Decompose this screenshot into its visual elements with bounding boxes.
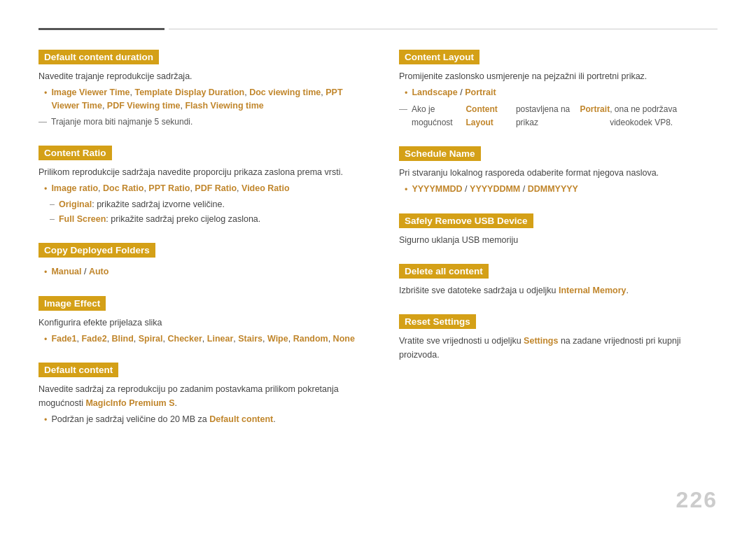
list-item: Image Viewer Time, Template Display Dura…: [44, 86, 357, 113]
bullet-list: Manual / Auto: [44, 265, 357, 279]
section-body-copy-deployed-folders: Manual / Auto: [38, 265, 357, 279]
sub-list-item: Full Screen: prikažite sadržaj preko cij…: [50, 213, 357, 226]
section-title-content-layout: Content Layout: [399, 50, 479, 64]
right-column: Content Layout Promijenite zaslonsko usm…: [399, 50, 718, 444]
body-text: Izbrišite sve datoteke sadržaja u odjelj…: [399, 283, 718, 297]
section-title-copy-deployed-folders: Copy Deployed Folders: [38, 243, 155, 258]
body-text: Navedite sadržaj za reprodukciju po zada…: [38, 382, 357, 410]
section-safely-remove-usb: Safely Remove USB Device Sigurno uklanja…: [399, 213, 718, 247]
divider-light: [169, 29, 718, 29]
highlight-text: Spiral: [139, 334, 163, 344]
section-content-layout: Content Layout Promijenite zaslonsko usm…: [399, 50, 718, 129]
list-item: Fade1, Fade2, Blind, Spiral, Checker, Li…: [44, 332, 357, 346]
highlight-text: Landscape: [412, 87, 457, 97]
highlight-text: Stairs: [238, 334, 262, 344]
highlight-text: Manual: [51, 267, 81, 276]
highlight-text: Doc viewing time: [249, 87, 321, 97]
highlight-text: None: [333, 334, 355, 344]
highlight-text: Doc Ratio: [103, 183, 144, 193]
highlight-text: Flash Viewing time: [185, 101, 263, 111]
highlight-text: PDF Ratio: [195, 183, 237, 193]
list-item: Image ratio, Doc Ratio, PPT Ratio, PDF R…: [44, 182, 357, 196]
section-title-schedule-name: Schedule Name: [399, 146, 481, 161]
section-body-schedule-name: Pri stvaranju lokalnog rasporeda odaberi…: [399, 166, 718, 197]
highlight-text: Settings: [524, 336, 558, 346]
section-title-safely-remove-usb: Safely Remove USB Device: [399, 213, 533, 228]
highlight-text: Original: [59, 199, 92, 209]
section-body-default-content-duration: Navedite trajanje reprodukcije sadržaja.…: [38, 69, 357, 129]
highlight-text: Image Viewer Time: [51, 87, 130, 97]
section-title-content-ratio: Content Ratio: [38, 146, 112, 160]
highlight-text: MagicInfo Premium S: [85, 398, 174, 408]
body-text: Pri stvaranju lokalnog rasporeda odaberi…: [399, 166, 718, 180]
top-divider: [38, 28, 718, 30]
bullet-list: YYYYMMDD / YYYYDDMM / DDMMYYYY: [405, 183, 718, 197]
highlight-text: Auto: [89, 267, 108, 276]
section-body-image-effect: Konfigurira efekte prijelaza slika Fade1…: [38, 316, 357, 346]
section-body-reset-settings: Vratite sve vrijednosti u odjeljku Setti…: [399, 334, 718, 362]
section-reset-settings: Reset Settings Vratite sve vrijednosti u…: [399, 314, 718, 362]
section-body-content-layout: Promijenite zaslonsko usmjerenje na pejz…: [399, 69, 718, 129]
highlight-text: DDMMYYYY: [528, 184, 578, 194]
section-copy-deployed-folders: Copy Deployed Folders Manual / Auto: [38, 243, 357, 279]
section-body-safely-remove-usb: Sigurno uklanja USB memoriju: [399, 233, 718, 247]
highlight-text: YYYYMMDD: [412, 184, 462, 194]
note-line: Ako je mogućnost Content Layout postavlj…: [399, 103, 718, 129]
body-text: Konfigurira efekte prijelaza slika: [38, 316, 357, 330]
bullet-list: Image Viewer Time, Template Display Dura…: [44, 86, 357, 113]
section-body-content-ratio: Prilikom reprodukcije sadržaja navedite …: [38, 165, 357, 226]
section-title-default-content: Default content: [38, 363, 118, 377]
highlight-text: Video Ratio: [241, 183, 290, 193]
body-text: Promijenite zaslonsko usmjerenje na pejz…: [399, 69, 718, 83]
bullet-list: Image ratio, Doc Ratio, PPT Ratio, PDF R…: [44, 182, 357, 196]
highlight-text: Checker: [167, 334, 202, 344]
bullet-list: Podržan je sadržaj veličine do 20 MB za …: [44, 413, 357, 427]
section-schedule-name: Schedule Name Pri stvaranju lokalnog ras…: [399, 146, 718, 197]
body-text: Sigurno uklanja USB memoriju: [399, 233, 718, 247]
highlight-text: Wipe: [267, 334, 288, 344]
list-item: YYYYMMDD / YYYYDDMM / DDMMYYYY: [405, 183, 718, 197]
highlight-text: Internal Memory: [559, 286, 626, 295]
section-content-ratio: Content Ratio Prilikom reprodukcije sadr…: [38, 146, 357, 226]
section-default-content: Default content Navedite sadržaj za repr…: [38, 363, 357, 427]
section-delete-all-content: Delete all content Izbrišite sve datotek…: [399, 264, 718, 297]
section-image-effect: Image Effect Konfigurira efekte prijelaz…: [38, 296, 357, 346]
left-column: Default content duration Navedite trajan…: [38, 50, 357, 444]
highlight-text: Blind: [112, 334, 134, 344]
bullet-list: Fade1, Fade2, Blind, Spiral, Checker, Li…: [44, 332, 357, 346]
highlight-text: Full Screen: [59, 214, 106, 224]
bullet-list: Landscape / Portrait: [405, 86, 718, 100]
page-number: 226: [676, 487, 718, 513]
highlight-text: Image ratio: [51, 183, 98, 193]
note-line: Trajanje mora biti najmanje 5 sekundi.: [38, 115, 357, 129]
section-title-reset-settings: Reset Settings: [399, 314, 476, 329]
section-body-delete-all-content: Izbrišite sve datoteke sadržaja u odjelj…: [399, 283, 718, 297]
highlight-text: Portrait: [465, 87, 496, 97]
list-item: Manual / Auto: [44, 265, 357, 279]
highlight-text: Template Display Duration: [134, 87, 244, 97]
highlight-text: PPT Ratio: [148, 183, 190, 193]
body-text: Vratite sve vrijednosti u odjeljku Setti…: [399, 334, 718, 362]
highlight-text: Random: [293, 334, 328, 344]
main-content: Default content duration Navedite trajan…: [38, 50, 718, 444]
highlight-text: PDF Viewing time: [107, 101, 181, 111]
highlight-text: Content Layout: [465, 103, 515, 129]
sub-bullet-list: Original: prikažite sadržaj izvorne veli…: [50, 198, 357, 226]
body-text: Prilikom reprodukcije sadržaja navedite …: [38, 165, 357, 179]
divider-dark: [38, 28, 164, 30]
highlight-text: Linear: [207, 334, 234, 344]
section-title-image-effect: Image Effect: [38, 296, 106, 311]
list-item: Podržan je sadržaj veličine do 20 MB za …: [44, 413, 357, 427]
highlight-text: Fade1: [51, 334, 76, 344]
section-title-delete-all-content: Delete all content: [399, 264, 489, 279]
sub-list-item: Original: prikažite sadržaj izvorne veli…: [50, 198, 357, 211]
section-title-default-content-duration: Default content duration: [38, 50, 159, 64]
highlight-text: Fade2: [81, 334, 106, 344]
body-text: Navedite trajanje reprodukcije sadržaja.: [38, 69, 357, 83]
highlight-text: Portrait: [580, 103, 610, 116]
list-item: Landscape / Portrait: [405, 86, 718, 100]
section-default-content-duration: Default content duration Navedite trajan…: [38, 50, 357, 129]
highlight-text: Default content: [209, 414, 273, 424]
section-body-default-content: Navedite sadržaj za reprodukciju po zada…: [38, 382, 357, 427]
highlight-text: YYYYDDMM: [470, 184, 520, 194]
